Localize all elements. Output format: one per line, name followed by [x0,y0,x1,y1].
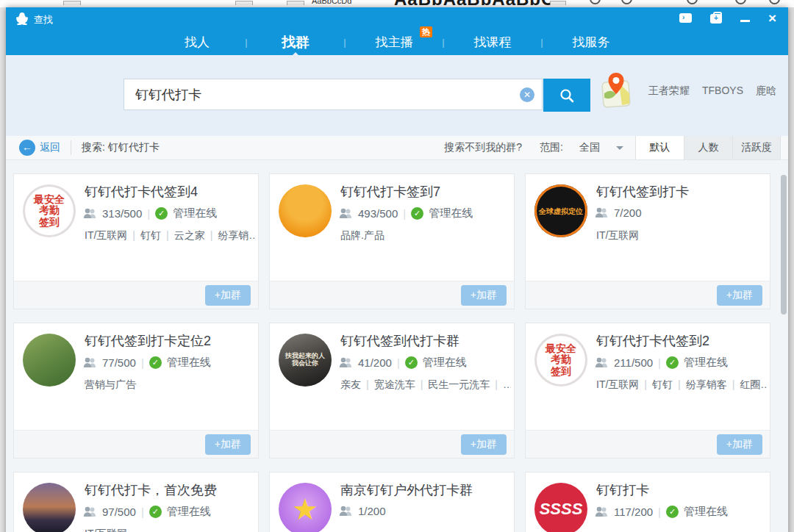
ribbon-shape [287,1,304,5]
hot-badge: 热 [420,26,432,37]
nearby-map-pin-icon[interactable] [598,71,634,109]
group-info: 97/500 | ✓ 管理在线 [83,505,211,519]
nav-separator: | [340,37,350,48]
background-ribbon: AaBbCcDd AaBbAaBbAaBbC [0,0,794,7]
group-tags: 品牌.产品 [340,229,511,242]
group-avatar[interactable] [23,334,76,387]
search-input[interactable] [125,80,515,109]
sort-tab-default[interactable]: 默认 [635,136,684,159]
join-group-button[interactable]: +加群 [717,434,762,455]
sort-tab-members[interactable]: 人数 [684,136,732,159]
admin-online-label: 管理在线 [173,206,217,220]
group-tags: 营销与广告 [85,378,255,392]
member-count: 211/500 [614,356,653,369]
member-count: 313/500 [102,207,142,220]
group-title[interactable]: 钉钉代签到打卡 [596,183,765,201]
clear-search-icon[interactable]: ✕ [520,87,534,102]
member-count: 7/200 [614,206,642,219]
join-group-button[interactable]: +加群 [205,434,251,455]
group-tags: 亲友|宽途洗车|民生一元洗车|… [340,378,511,392]
group-info: 41/200 | ✓ 管理在线 [339,356,467,370]
feedback-icon[interactable]: › [679,13,692,23]
back-label: 返回 [40,141,60,154]
admin-divider: | [658,506,661,518]
card-footer: +加群 [270,430,514,458]
window-title: 查找 [34,13,53,26]
group-title[interactable]: 钉钉打卡 [596,481,765,499]
group-card: 钉钉代签到打卡定位2 77/500 | ✓ 管理在线 营销与广告 +加群 [13,323,259,459]
search-button[interactable] [543,79,590,112]
tab-find-streamers[interactable]: 找主播 热 [350,34,438,51]
group-avatar[interactable]: 全球虚拟定位 [534,184,587,237]
group-title[interactable]: 南京钉钉户外代打卡群 [340,481,509,499]
minimize-icon[interactable] [740,20,750,22]
group-card: SSSS 钉钉打卡 117/200 | ✓ 管理在线 +加群 [525,472,770,532]
back-arrow-icon: ← [19,140,35,156]
titlebar[interactable]: 查找 › + × [6,7,788,29]
tab-find-people[interactable]: 找人 [153,34,241,51]
group-avatar[interactable] [279,184,332,237]
admin-online-label: 管理在线 [684,356,728,370]
card-footer: +加群 [14,430,258,458]
tab-find-courses[interactable]: 找课程 [448,34,537,51]
member-count: 1/200 [358,505,386,517]
group-avatar[interactable]: 扶我起来的人我会让你 [279,334,332,387]
group-title[interactable]: 钉钉代签到代打卡群 [340,332,509,350]
admin-online-icon: ✓ [155,207,168,220]
member-count: 41/200 [358,356,392,369]
scope-label: 范围: [540,141,563,154]
card-footer: +加群 [14,281,258,309]
card-footer: +加群 [526,430,770,458]
group-avatar[interactable]: ★ [279,483,332,532]
group-title[interactable]: 钉钉代签到打卡定位2 [85,332,254,350]
group-info: 7/200 [595,206,642,219]
ribbon-people-icon [590,0,601,4]
admin-online-icon: ✓ [149,356,162,369]
toolbox-icon[interactable]: + [710,14,722,24]
scope-dropdown[interactable]: 范围: 全国 [540,141,623,154]
admin-online-label: 管理在线 [167,356,211,370]
hot-word[interactable]: 王者荣耀 [648,85,690,98]
group-avatar[interactable] [23,483,76,532]
members-icon [595,506,609,517]
magnifier-icon [559,87,575,104]
members-icon [339,208,353,219]
scrollbar-thumb[interactable] [781,175,787,314]
qq-find-window: 查找 › + × 找人 | 找群 | 找主播 热 | 找课程 | 找服务 ✕ [6,7,788,532]
group-card: 全球虚拟定位 钉钉代签到打卡 7/200 IT/互联网 +加群 [525,173,770,309]
join-group-button[interactable]: +加群 [461,434,507,455]
member-count: 97/500 [102,506,136,518]
group-avatar[interactable]: SSSS [534,483,587,532]
group-title[interactable]: 钉钉代打卡代签到2 [596,332,765,350]
card-footer: +加群 [526,281,770,309]
hot-search-words: 王者荣耀 TFBOYS 鹿晗 [648,85,776,98]
nav-separator: | [438,37,448,48]
close-icon[interactable]: × [768,12,776,24]
tab-find-groups[interactable]: 找群 [251,33,340,52]
join-group-button[interactable]: +加群 [461,285,507,306]
nav-separator: | [537,37,547,48]
group-title[interactable]: 钉钉代打卡签到7 [340,183,509,201]
member-count: 493/500 [358,207,398,220]
admin-divider: | [397,356,400,369]
ribbon-shape [235,1,253,5]
search-box: ✕ [124,79,543,110]
search-section: ✕ 王者荣耀 TFBOYS 鹿晗 [6,55,788,136]
member-count: 77/500 [102,356,136,369]
group-avatar[interactable]: 最安全考勤签到 [23,184,76,237]
group-title[interactable]: 钉钉代打卡，首次免费 [85,481,254,499]
group-avatar[interactable]: 最安全考勤签到 [534,334,587,387]
ribbon-shape [63,1,81,5]
cant-find-group-link[interactable]: 搜索不到我的群? [444,141,522,154]
hot-word[interactable]: 鹿晗 [756,85,776,98]
join-group-button[interactable]: +加群 [717,285,762,306]
nav-separator: | [241,37,251,48]
group-info: 117/200 | ✓ 管理在线 [595,505,728,519]
sort-tab-activity[interactable]: 活跃度 [732,136,781,159]
back-button[interactable]: ← 返回 [19,140,60,156]
join-group-button[interactable]: +加群 [205,285,251,306]
scope-value: 全国 [579,141,600,154]
hot-word[interactable]: TFBOYS [702,85,743,98]
group-title[interactable]: 钉钉代打卡代签到4 [85,183,254,201]
tab-find-services[interactable]: 找服务 [547,34,635,51]
